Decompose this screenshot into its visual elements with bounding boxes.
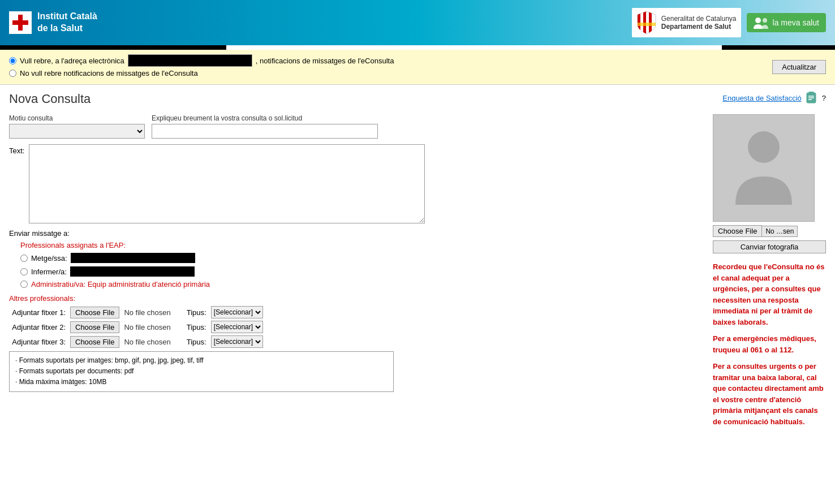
attach-row-2: Adjuntar fitxer 2: Choose File No file c…: [9, 321, 701, 333]
help-icon[interactable]: ?: [822, 94, 826, 102]
tipus1-select[interactable]: [Seleccionar]: [211, 306, 263, 318]
enviar-label: Enviar missatge a:: [9, 229, 701, 238]
la-meva-salut-badge: la meva salut: [747, 13, 826, 32]
formats-box: · Formats suportats per imatges: bmp, gi…: [9, 351, 394, 392]
clipboard-icon: [805, 92, 817, 104]
photo-placeholder: [713, 114, 815, 222]
silhouette-icon: [730, 126, 798, 210]
notification-bar: Vull rebre, a l'adreça electrònica , not…: [0, 50, 835, 85]
notif-yes-row: Vull rebre, a l'adreça electrònica , not…: [9, 54, 768, 67]
metge-name-box: [71, 253, 195, 263]
notif-email-input[interactable]: [128, 54, 252, 67]
header-title: Institut Català de la Salut: [37, 11, 97, 35]
dept-text: Generalitat de Catalunya Departament de …: [661, 15, 737, 31]
infermer-row: Infermer/a:: [20, 266, 701, 277]
admin-label: Administratiu/va: Equip administratiu d'…: [31, 280, 210, 288]
no-file-3-text: No file chosen: [124, 338, 170, 346]
tipus2-select[interactable]: [Seleccionar]: [211, 321, 263, 333]
attach-row-1: Adjuntar fitxer 1: Choose File No file c…: [9, 306, 701, 318]
adjuntar2-label: Adjuntar fitxer 2:: [9, 323, 66, 331]
tipus2-label: Tipus:: [187, 323, 206, 331]
notif-no-row: No vull rebre notificacions de missatges…: [9, 69, 768, 77]
notif-options: Vull rebre, a l'adreça electrònica , not…: [9, 54, 768, 80]
svg-rect-1: [12, 20, 28, 25]
motiu-select[interactable]: [9, 124, 145, 139]
formats-images: · Formats suportats per imatges: bmp, gi…: [15, 355, 388, 366]
attach-row-3: Adjuntar fitxer 3: Choose File No file c…: [9, 335, 701, 348]
formats-docs: · Formats suportats per documents: pdf: [15, 366, 388, 377]
warning-1: Recordeu que l'eConsulta no és el canal …: [713, 261, 826, 328]
infermer-radio[interactable]: [20, 268, 28, 275]
notif-suffix: , notificacions de missatges de l'eConsu…: [256, 57, 394, 65]
photo-choose-button[interactable]: Choose File: [713, 225, 762, 237]
svg-point-7: [763, 18, 767, 23]
altres-professionals-label: Altres professionals:: [9, 294, 701, 303]
warning-3: Per a consultes urgents o per tramitar u…: [713, 361, 826, 427]
expliqueu-group: Expliqueu breument la vostra consulta o …: [152, 114, 378, 139]
adjuntar1-label: Adjuntar fitxer 1:: [9, 308, 66, 317]
motiu-group: Motiu consulta: [9, 114, 145, 139]
nav-bars: [0, 45, 835, 50]
svg-point-13: [748, 131, 780, 163]
page-title: Nova Consulta: [9, 92, 91, 106]
text-row: Text:: [9, 144, 701, 223]
notif-no-radio[interactable]: [9, 70, 16, 77]
tipus3-label: Tipus:: [187, 338, 206, 346]
formats-mida: · Mida màxima imàtges: 10MB: [15, 377, 388, 387]
choose-file-1-button[interactable]: Choose File: [70, 307, 119, 318]
metge-label: Metge/ssa:: [31, 254, 67, 262]
enquesta-area: Enquesta de Satisfacció ?: [722, 92, 826, 104]
logo-cross: [9, 11, 32, 34]
dept-logo: Generalitat de Catalunya Departament de …: [632, 8, 741, 37]
notif-right: Actualitzar: [772, 60, 826, 74]
svg-point-6: [755, 18, 761, 23]
page-header-row: Nova Consulta Enquesta de Satisfacció ?: [9, 92, 826, 106]
metge-radio[interactable]: [20, 255, 28, 262]
no-file-2-text: No file chosen: [124, 323, 170, 331]
canviar-fotografia-button[interactable]: Canviar fotografia: [713, 240, 826, 253]
svg-rect-9: [809, 92, 814, 94]
motiu-expliqueu-row: Motiu consulta Expliqueu breument la vos…: [9, 114, 701, 139]
tipus1-label: Tipus:: [187, 308, 206, 317]
actualitzar-button[interactable]: Actualitzar: [772, 60, 826, 74]
form-side: Choose File No …sen Canviar fotografia R…: [713, 114, 826, 433]
photo-choose-row: Choose File No …sen: [713, 225, 826, 237]
people-icon: [754, 16, 769, 29]
warning-box: Recordeu que l'eConsulta no és el canal …: [713, 261, 826, 427]
admin-row: Administratiu/va: Equip administratiu d'…: [20, 280, 701, 288]
warning-2: Per a emergències mèdiques, truqueu al 0…: [713, 333, 826, 355]
no-file-1-text: No file chosen: [124, 308, 170, 317]
choose-file-3-button[interactable]: Choose File: [70, 336, 119, 348]
infermer-name-box: [70, 266, 195, 277]
header: Institut Català de la Salut Gener: [0, 0, 835, 45]
shield-icon: [636, 10, 657, 35]
enquesta-link[interactable]: Enquesta de Satisfacció: [722, 92, 817, 104]
photo-no-file-text: No …sen: [762, 226, 798, 237]
form-main: Motiu consulta Expliqueu breument la vos…: [9, 114, 701, 433]
form-area: Motiu consulta Expliqueu breument la vos…: [9, 114, 826, 433]
text-label: Text:: [9, 144, 24, 155]
infermer-label: Infermer/a:: [31, 268, 67, 276]
professionals-section: Professionals assignats a l'EAP: Metge/s…: [20, 241, 701, 288]
header-right: Generalitat de Catalunya Departament de …: [632, 8, 826, 37]
expliqueu-input[interactable]: [152, 124, 378, 139]
text-textarea[interactable]: [29, 144, 425, 223]
notif-yes-radio[interactable]: [9, 57, 16, 64]
motiu-label: Motiu consulta: [9, 114, 145, 122]
notif-no-label: No vull rebre notificacions de missatges…: [20, 69, 198, 77]
professionals-title: Professionals assignats a l'EAP:: [20, 241, 701, 249]
tipus3-select[interactable]: [Seleccionar]: [211, 335, 263, 348]
svg-rect-5: [638, 23, 656, 26]
main-content: Nova Consulta Enquesta de Satisfacció ?: [0, 85, 835, 440]
metge-row: Metge/ssa:: [20, 253, 701, 263]
header-left: Institut Català de la Salut: [9, 11, 97, 35]
notif-yes-label: Vull rebre, a l'adreça electrònica: [20, 57, 124, 65]
choose-file-2-button[interactable]: Choose File: [70, 321, 119, 333]
adjuntar3-label: Adjuntar fitxer 3:: [9, 338, 66, 346]
admin-radio[interactable]: [20, 281, 28, 288]
expliqueu-label: Expliqueu breument la vostra consulta o …: [152, 114, 378, 122]
